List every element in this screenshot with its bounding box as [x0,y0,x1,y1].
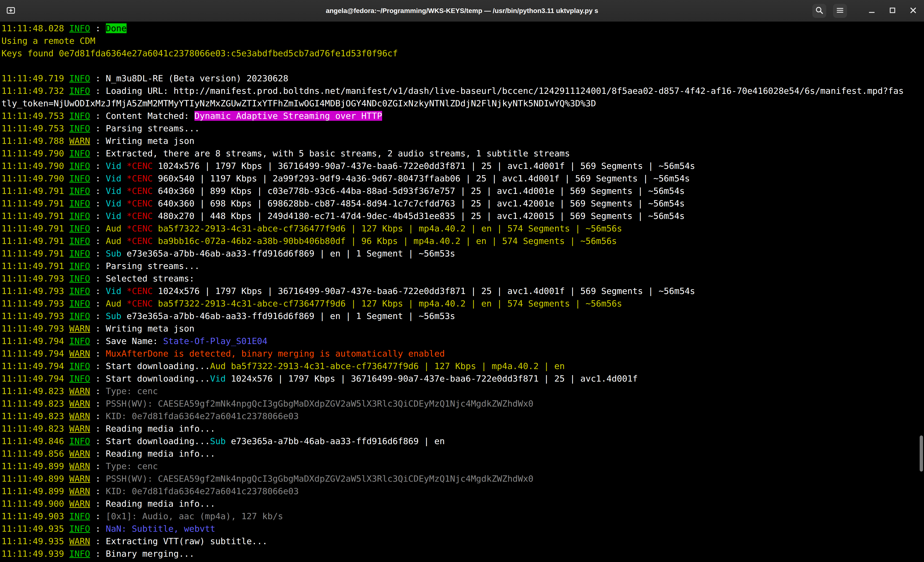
log-segment: *CENC [127,198,158,208]
maximize-icon [888,6,897,16]
log-segment: e73e365a-a7bb-46ab-aa33-ffd916d6f869 | e… [127,311,455,321]
log-segment: : [90,474,106,484]
log-segment: : [90,411,106,421]
minimize-button[interactable] [865,4,879,18]
log-segment: INFO [69,311,90,321]
close-button[interactable] [906,4,920,18]
terminal-line: 11:11:49.719 INFO : N_m3u8DL-RE (Beta ve… [2,72,924,85]
terminal-line: 11:11:49.790 INFO : Vid *CENC 1024x576 |… [2,160,924,172]
header-bar: angela@fedora:~/Programming/WKS-KEYS/tem… [0,0,924,22]
log-segment: : [90,148,106,158]
new-tab-button[interactable] [4,4,18,18]
log-segment: INFO [69,161,90,171]
log-segment: : [90,261,106,271]
log-segment: Aud ba5f7322-2913-4c31-abce-cf736477f9d6… [210,361,565,371]
terminal-line: 11:11:49.793 INFO : Sub e73e365a-a7bb-46… [2,310,924,322]
log-segment: Sub [106,311,127,321]
log-segment: *CENC [127,223,158,233]
log-segment: INFO [69,223,90,233]
log-segment: : [90,311,106,321]
terminal-line: 11:11:49.793 INFO : Aud *CENC ba5f7322-2… [2,297,924,310]
log-segment: 480x270 | 448 Kbps | 249d4180-ec71-47d4-… [158,211,685,221]
log-segment: : [90,336,106,346]
search-button[interactable] [812,4,826,18]
log-segment: 11:11:49.732 [2,86,69,96]
log-segment: NaN: Subtitle, webvtt [106,524,215,534]
log-segment: 11:11:49.794 [2,336,69,346]
log-segment: Vid [106,198,127,208]
log-segment: : [90,361,106,371]
terminal-line: 11:11:49.846 INFO : Start downloading...… [2,435,924,448]
terminal-line: Keys found 0e7d81fda6364e27a6041c2378066… [2,47,924,60]
terminal-line: 11:11:49.856 WARN : Reading media info..… [2,448,924,460]
log-segment: 1024x576 | 1797 Kbps | 36716499-90a7-437… [158,161,695,171]
log-segment: Reading media info... [106,424,215,433]
log-segment: Extracted, there are 8 streams, with 5 b… [106,148,570,158]
log-segment: Start downloading... [106,436,210,446]
terminal-line: 11:11:49.793 WARN : Writing meta json [2,322,924,335]
terminal-window: { "window": { "title": "angela@fedora:~/… [0,0,924,562]
log-segment: Vid [106,211,127,221]
log-segment: : [90,499,106,509]
log-segment: 11:11:49.791 [2,249,69,258]
log-segment: 1024x576 | 1797 Kbps | 36716499-90a7-437… [231,374,638,384]
log-segment: WARN [69,499,90,509]
log-segment: : [90,123,106,133]
log-segment: 11:11:49.899 [2,461,69,471]
maximize-button[interactable] [885,4,900,18]
log-segment: : [90,249,106,258]
terminal-line: 11:11:49.935 WARN : Extracting VTT(raw) … [2,535,924,547]
log-segment: Vid [210,374,231,384]
log-segment: 11:11:49.794 [2,374,69,384]
log-segment: State-Of-Play_S01E04 [163,336,267,346]
log-segment: INFO [69,549,90,559]
log-segment: 11:11:49.935 [2,524,69,534]
log-segment: *CENC [127,161,158,171]
log-segment: 11:11:49.793 [2,324,69,333]
log-segment: : [90,386,106,396]
log-segment: WARN [69,386,90,396]
log-segment: 11:11:49.899 [2,474,69,484]
log-segment: ba9bb16c-072a-46b2-a38b-90bb406b80df | 9… [158,236,617,246]
search-icon [815,6,824,16]
log-segment: : [90,536,106,546]
close-icon [908,6,918,16]
terminal-line: 11:11:49.981 INFO : [0x1]: Video, h264 (… [2,560,924,562]
menu-button[interactable] [833,4,847,18]
log-segment: 11:11:49.791 [2,261,69,271]
terminal-output[interactable]: 11:11:48.028 INFO : DoneUsing a remote C… [0,22,924,562]
log-segment: WARN [69,424,90,433]
log-segment: 11:11:49.790 [2,174,69,183]
log-segment: 11:11:49.790 [2,161,69,171]
log-segment: Content Matched: [106,111,194,121]
log-segment: INFO [69,336,90,346]
scrollbar-thumb[interactable] [920,435,923,472]
log-segment: : [90,461,106,471]
log-segment: *CENC [127,298,158,309]
log-segment: 11:11:49.719 [2,73,69,83]
log-segment: INFO [69,298,90,309]
log-segment: : [90,424,106,433]
log-segment: : [90,274,106,283]
log-segment: WARN [69,449,90,459]
log-segment: INFO [69,374,90,384]
log-segment: INFO [69,148,90,158]
log-segment: : [90,223,106,233]
terminal-line: 11:11:49.900 WARN : Reading media info..… [2,498,924,510]
log-segment: 11:11:49.900 [2,499,69,509]
header-right-controls [812,4,920,18]
log-segment: 11:11:49.793 [2,286,69,296]
log-segment: : [90,23,106,33]
terminal-line: 11:11:49.794 WARN : MuxAfterDone is dete… [2,348,924,360]
log-segment: Parsing streams... [106,123,200,133]
log-segment: 11:11:49.793 [2,274,69,283]
log-segment: [0x1]: Audio, aac (mp4a), 127 kb/s [106,511,283,521]
log-segment: Aud [106,298,127,309]
log-segment: 640x360 | 698 Kbps | 698628bb-cb87-4854-… [158,198,685,208]
terminal-line: 11:11:49.823 WARN : KID: 0e7d81fda6364e2… [2,410,924,423]
log-segment: 1024x576 | 1797 Kbps | 36716499-90a7-437… [158,286,695,296]
log-segment: : [90,236,106,246]
log-segment: Writing meta json [106,136,194,146]
log-segment: WARN [69,461,90,471]
log-segment: 11:11:49.790 [2,148,69,158]
